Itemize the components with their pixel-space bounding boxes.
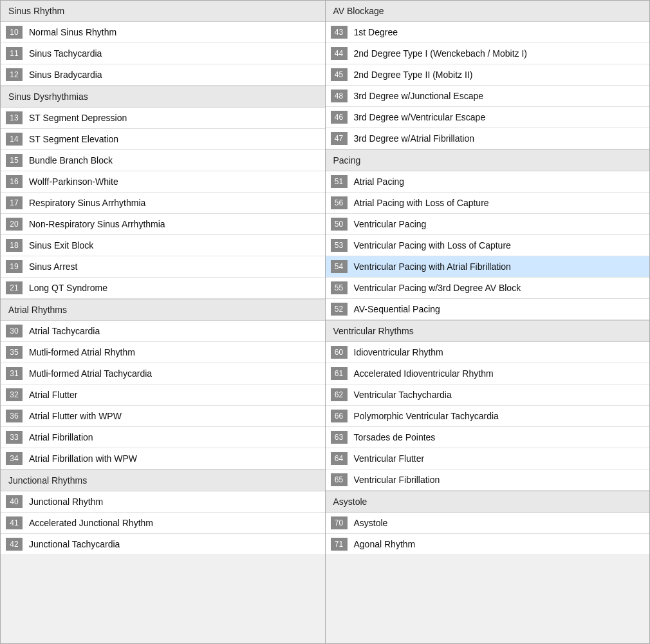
list-item[interactable]: 463rd Degree w/Ventricular Escape <box>326 107 650 128</box>
list-item[interactable]: 34Atrial Fibrillation with WPW <box>1 448 325 469</box>
section-header: Sinus Rhythm <box>1 1 325 22</box>
list-item[interactable]: 473rd Degree w/Atrial Fibrillation <box>326 128 650 149</box>
right-panel-scroll[interactable]: AV Blockage431st Degree442nd Degree Type… <box>326 1 650 643</box>
list-item[interactable]: 17Respiratory Sinus Arrhythmia <box>1 193 325 214</box>
list-item[interactable]: 431st Degree <box>326 22 650 43</box>
list-item[interactable]: 12Sinus Bradycardia <box>1 64 325 86</box>
item-number: 48 <box>331 90 348 102</box>
list-item[interactable]: 10Normal Sinus Rhythm <box>1 22 325 43</box>
list-item[interactable]: 18Sinus Exit Block <box>1 235 325 256</box>
list-item[interactable]: 20Non-Respiratory Sinus Arrhythmia <box>1 214 325 235</box>
list-item[interactable]: 62Ventricular Tachychardia <box>326 384 650 406</box>
right-panel: AV Blockage431st Degree442nd Degree Type… <box>326 1 650 643</box>
item-number: 33 <box>6 431 23 444</box>
item-number: 45 <box>331 68 348 81</box>
list-item[interactable]: 16Wolff-Parkinson-White <box>1 171 325 193</box>
list-item[interactable]: 51Atrial Pacing <box>326 171 650 193</box>
item-label: Mutli-formed Atrial Rhythm <box>29 347 135 357</box>
list-item[interactable]: 65Ventricular Fibrillation <box>326 469 650 491</box>
item-label: ST Segment Elevation <box>29 134 118 144</box>
list-item[interactable]: 19Sinus Arrest <box>1 256 325 278</box>
item-label: Accelerated Junctional Rhythm <box>29 518 153 528</box>
list-item[interactable]: 40Junctional Rhythm <box>1 491 325 513</box>
list-item[interactable]: 33Atrial Fibrillation <box>1 427 325 448</box>
list-item[interactable]: 55Ventricular Pacing w/3rd Degree AV Blo… <box>326 278 650 299</box>
list-item[interactable]: 452nd Degree Type II (Mobitz II) <box>326 64 650 86</box>
left-panel-scroll[interactable]: Sinus Rhythm10Normal Sinus Rhythm11Sinus… <box>1 1 325 643</box>
list-item[interactable]: 11Sinus Tachycardia <box>1 43 325 64</box>
section-header: Junctional Rhythms <box>1 469 325 491</box>
list-item[interactable]: 50Ventricular Pacing <box>326 214 650 235</box>
item-label: 3rd Degree w/Ventricular Escape <box>354 112 486 122</box>
item-number: 50 <box>331 218 348 231</box>
list-item[interactable]: 442nd Degree Type I (Wenckebach / Mobitz… <box>326 43 650 64</box>
item-number: 30 <box>6 325 23 337</box>
section-header: Pacing <box>326 149 650 171</box>
list-item[interactable]: 31Mutli-formed Atrial Tachycardia <box>1 363 325 384</box>
item-number: 66 <box>331 410 348 422</box>
list-item[interactable]: 60Idioventricular Rhythm <box>326 342 650 363</box>
item-number: 17 <box>6 196 23 209</box>
list-item[interactable]: 66Polymorphic Ventricular Tachycardia <box>326 406 650 427</box>
list-item[interactable]: 36Atrial Flutter with WPW <box>1 406 325 427</box>
list-item[interactable]: 54Ventricular Pacing with Atrial Fibrill… <box>326 256 650 278</box>
list-item[interactable]: 483rd Degree w/Junctional Escape <box>326 86 650 107</box>
item-label: 3rd Degree w/Atrial Fibrillation <box>354 133 475 144</box>
list-item[interactable]: 41Accelerated Junctional Rhythm <box>1 513 325 534</box>
item-number: 63 <box>331 431 348 444</box>
item-label: Ventricular Tachychardia <box>354 390 452 400</box>
item-label: Sinus Tachycardia <box>29 48 102 59</box>
main-container: Sinus Rhythm10Normal Sinus Rhythm11Sinus… <box>0 0 650 644</box>
item-number: 53 <box>331 239 348 252</box>
item-label: Long QT Syndrome <box>29 283 107 293</box>
item-label: Sinus Bradycardia <box>29 70 102 80</box>
list-item[interactable]: 35Mutli-formed Atrial Rhythm <box>1 342 325 363</box>
section-header: Atrial Rhythms <box>1 299 325 321</box>
item-number: 12 <box>6 68 23 81</box>
item-label: Respiratory Sinus Arrhythmia <box>29 198 145 208</box>
list-item[interactable]: 63Torsades de Pointes <box>326 427 650 448</box>
item-number: 65 <box>331 473 348 486</box>
list-item[interactable]: 15Bundle Branch Block <box>1 150 325 171</box>
item-label: Ventricular Pacing <box>354 219 427 229</box>
item-number: 55 <box>331 281 348 294</box>
list-item[interactable]: 42Junctional Tachycardia <box>1 534 325 555</box>
item-label: Wolff-Parkinson-White <box>29 176 118 187</box>
item-number: 32 <box>6 388 23 401</box>
item-number: 41 <box>6 516 23 529</box>
item-label: Atrial Pacing with Loss of Capture <box>354 198 489 208</box>
item-number: 35 <box>6 346 23 359</box>
item-label: ST Segment Depression <box>29 113 127 123</box>
list-item[interactable]: 52AV-Sequential Pacing <box>326 299 650 320</box>
item-number: 15 <box>6 154 23 167</box>
list-item[interactable]: 14ST Segment Elevation <box>1 129 325 150</box>
list-item[interactable]: 32Atrial Flutter <box>1 384 325 406</box>
list-item[interactable]: 13ST Segment Depression <box>1 108 325 129</box>
item-number: 20 <box>6 218 23 231</box>
item-number: 43 <box>331 26 348 39</box>
list-item[interactable]: 30Atrial Tachycardia <box>1 321 325 342</box>
item-number: 11 <box>6 47 23 60</box>
item-label: Atrial Fibrillation <box>29 432 93 442</box>
list-item[interactable]: 21Long QT Syndrome <box>1 278 325 299</box>
list-item[interactable]: 56Atrial Pacing with Loss of Capture <box>326 193 650 214</box>
list-item[interactable]: 61Accelerated Idioventricular Rhythm <box>326 363 650 384</box>
section-header: AV Blockage <box>326 1 650 22</box>
item-label: Atrial Pacing <box>354 176 405 187</box>
item-label: Sinus Arrest <box>29 261 77 272</box>
item-label: Ventricular Pacing with Loss of Capture <box>354 240 511 251</box>
list-item[interactable]: 53Ventricular Pacing with Loss of Captur… <box>326 235 650 256</box>
item-number: 31 <box>6 367 23 380</box>
list-item[interactable]: 71Agonal Rhythm <box>326 534 650 555</box>
item-label: Atrial Fibrillation with WPW <box>29 453 137 464</box>
item-label: Ventricular Pacing with Atrial Fibrillat… <box>354 261 511 272</box>
item-label: 2nd Degree Type I (Wenckebach / Mobitz I… <box>354 48 528 59</box>
item-number: 64 <box>331 452 348 465</box>
list-item[interactable]: 70Asystole <box>326 513 650 534</box>
list-item[interactable]: 64Ventricular Flutter <box>326 448 650 469</box>
item-number: 56 <box>331 196 348 209</box>
section-header: Sinus Dysrhythmias <box>1 86 325 108</box>
item-number: 61 <box>331 367 348 380</box>
item-label: Agonal Rhythm <box>354 539 416 549</box>
item-label: 2nd Degree Type II (Mobitz II) <box>354 70 473 80</box>
